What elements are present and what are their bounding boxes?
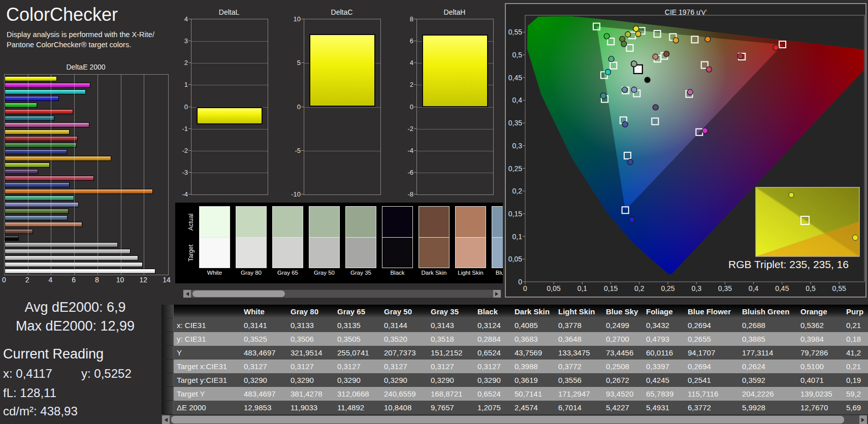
de-bar-Blue [5,149,67,154]
de-axis-label: 2 [25,276,29,284]
de-bar-Gray 35 [5,242,118,247]
avg-de2000-readout: Avg dE2000: 6,9 [0,300,150,315]
cell: 0,6524 [474,387,511,401]
row-handle [162,401,174,414]
deltaC-tick-label: 10 [285,15,301,23]
cell: 0,3127 [474,360,511,373]
inset-measured-dot [853,235,858,241]
de-bar-Green [5,143,77,148]
de-bar-Magenta [5,122,89,127]
row-handle [162,318,174,332]
cell: 10,8408 [381,401,428,414]
table-row-Target Y: Target Y483,4697381,4278312,0668240,6559… [162,387,868,401]
cell: 483,4697 [241,387,287,401]
deltaL-tick-label: 3 [173,37,188,45]
deltaC-title: DeltaC [294,8,390,16]
deltaC-tick-label: -5 [285,146,301,154]
cell: 0,2694 [685,360,739,373]
svg-text:0,25: 0,25 [508,165,522,173]
table-scroll-right-icon[interactable] [859,415,867,424]
de-bar-Dark Skin [5,229,33,234]
cell: Bluish Green [739,305,797,318]
cell: 133,3475 [555,346,603,360]
cell: 0,3144 [381,318,428,332]
deltaH-tick-label: -6 [398,168,413,176]
cell: 0,2499 [603,318,643,332]
cell: 0,3525 [241,332,287,346]
measured-marker-sat-blue [629,217,635,222]
de-bar-Light Skin [5,222,82,227]
deltaH-tick-label: -2 [398,124,413,132]
de-bar-Black [5,236,19,241]
cell: 0,3520 [381,332,428,346]
table-scroll-left-icon[interactable] [162,415,170,424]
swatch-scrollbar[interactable] [183,289,501,298]
cell: 11,4892 [334,401,381,414]
deltaL-tick-label: -3 [173,168,188,176]
cell: 9,7657 [428,401,474,414]
row-handle [162,387,174,401]
cell: 171,2947 [555,387,603,401]
measured-marker-cyan [600,93,606,99]
cell: 115,7116 [685,387,739,401]
deltaH-tick-label: 4 [398,59,413,67]
cell: White [241,305,287,318]
measured-marker-current-yellow [633,26,639,31]
de-bar-Gray 80 [5,262,143,267]
table-header-row: WhiteGray 80Gray 65Gray 50Gray 35BlackDa… [162,305,868,318]
cell: 0,3988 [511,360,555,373]
svg-text:0,45: 0,45 [775,284,789,292]
swatch-Gray 50: Gray 50 [309,206,340,276]
cie-chart-title: CIE 1976 u'v' [506,8,865,16]
de-bar-Gray 65 [5,255,138,260]
swatch-scroll-left-icon[interactable] [183,290,191,298]
max-de2000-readout: Max dE2000: 12,99 [0,318,150,334]
de-axis-label: 6 [72,276,76,284]
cell: 94,1707 [685,346,739,360]
deltaH-chart [416,19,494,195]
measured-marker-light-skin [653,54,658,59]
measured-marker-red [737,53,743,59]
cie-diagram-canvas: 0,550,50,450,40,350,30,250,20,150,10,050… [506,4,865,297]
table-row-Target y:CIE31: Target y:CIE310,32900,32900,32900,32900,… [162,373,868,387]
cell: 43,7569 [511,346,555,360]
deltaC-bar [309,34,375,107]
deltaH-tick-label: 8 [398,15,413,23]
svg-text:0,45: 0,45 [508,74,522,82]
cell: 483,4697 [241,346,287,360]
table-scrollbar[interactable] [162,415,867,424]
svg-text:0,35: 0,35 [718,284,732,292]
swatch-Gray 65: Gray 65 [272,206,303,276]
table-scroll-thumb[interactable] [171,416,844,423]
de-axis-label: 10 [116,276,124,284]
table-row-ΔE 2000: ΔE 200012,985311,903311,489210,84089,765… [162,401,868,414]
page-subtitle: Display analysis is performed with the X… [7,29,154,50]
measured-marker-yellow [635,31,641,37]
current-fl-readout: fL: 128,11 [3,386,56,400]
swatch-White: White [199,206,230,276]
cell: 0,3648 [555,332,603,346]
swatch-scroll-right-icon[interactable] [493,290,501,298]
cell: 0,3127 [241,360,287,373]
swatch-scroll-thumb[interactable] [192,290,285,297]
cell: 0,3592 [739,373,797,387]
cell: 0,19 [843,373,868,387]
de-bar-Green (100%) [5,103,37,108]
cell: 0,3778 [555,318,603,332]
cell: 41,2 [843,346,868,360]
de-bar-Purplish Blue [5,182,70,187]
de-bar-Yellow [5,129,70,135]
svg-text:0,5: 0,5 [806,284,816,292]
cell: 0,3135 [334,318,381,332]
cell: 240,6559 [381,387,428,401]
svg-text:0,5: 0,5 [512,51,523,59]
cell: 0,5100 [797,360,843,373]
cell: 151,2152 [428,346,474,360]
cell: 0,18 [843,332,868,346]
row-label: ΔE 2000 [174,401,241,414]
deltaL-tick-label: -2 [173,146,188,154]
deltae2000-chart [4,74,169,275]
deltaH-tick-label: -4 [398,146,413,154]
cell: 0,3397 [643,360,685,373]
row-label: Target x:CIE31 [174,360,241,373]
